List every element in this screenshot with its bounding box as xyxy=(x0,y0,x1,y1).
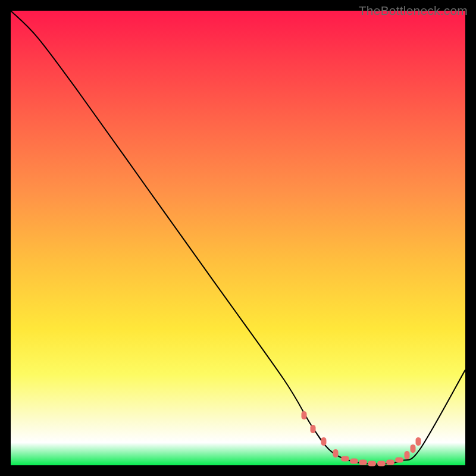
highlight-dot xyxy=(301,411,306,419)
highlight-dot xyxy=(405,451,410,459)
chart-frame: TheBottleneck.com xyxy=(0,0,476,476)
highlight-dot xyxy=(350,459,358,464)
highlight-dot xyxy=(359,460,367,465)
highlight-dot xyxy=(395,457,403,462)
highlight-dot xyxy=(311,425,316,433)
highlight-dot xyxy=(377,461,386,466)
highlight-dot xyxy=(341,456,349,462)
plot-area xyxy=(11,11,465,465)
highlight-dot xyxy=(416,437,421,446)
watermark-text: TheBottleneck.com xyxy=(359,4,468,18)
highlight-dot xyxy=(411,444,416,453)
highlight-dot xyxy=(321,437,326,446)
highlight-dot xyxy=(386,460,394,465)
highlight-dot xyxy=(368,461,376,466)
highlight-dot xyxy=(333,449,339,458)
highlight-dots xyxy=(11,11,465,465)
